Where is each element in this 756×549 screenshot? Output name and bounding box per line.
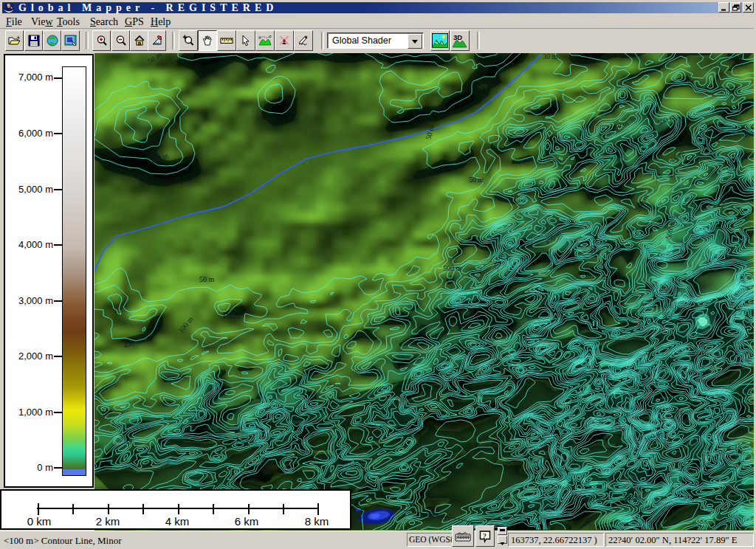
- svg-text:50 m: 50 m: [199, 275, 215, 283]
- svg-text:100 m: 100 m: [588, 238, 598, 257]
- svg-text:100 m: 100 m: [491, 494, 510, 502]
- svg-text:30 m: 30 m: [543, 53, 558, 61]
- svg-text:500 m: 500 m: [443, 264, 462, 272]
- svg-text:50 m: 50 m: [427, 510, 442, 518]
- svg-text:150 m: 150 m: [222, 312, 241, 320]
- svg-text:?: ?: [483, 531, 487, 539]
- svg-text:300 m: 300 m: [622, 494, 642, 502]
- svg-text:3D: 3D: [453, 33, 462, 41]
- svg-text:50 m: 50 m: [469, 176, 484, 184]
- svg-text:400 m: 400 m: [583, 495, 602, 503]
- svg-text:400: 400: [742, 130, 754, 139]
